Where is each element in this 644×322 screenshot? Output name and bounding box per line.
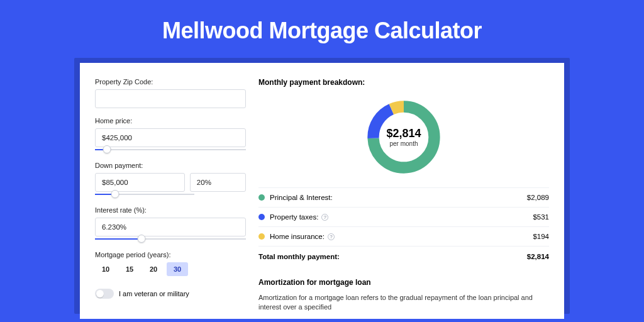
- legend-row-1: Property taxes:?$531: [258, 208, 549, 227]
- donut-center: $2,814 per month: [364, 97, 444, 177]
- home-price-label: Home price:: [95, 117, 246, 125]
- interest-rate-group: Interest rate (%):: [95, 206, 246, 242]
- toggle-knob-icon: [96, 290, 104, 297]
- total-label: Total monthly payment:: [258, 253, 527, 260]
- down-payment-percent-input[interactable]: [190, 173, 246, 192]
- period-option-20[interactable]: 20: [143, 262, 164, 276]
- legend-label: Home insurance:?: [270, 233, 533, 240]
- donut-chart: $2,814 per month: [364, 97, 444, 177]
- home-price-slider[interactable]: [95, 147, 246, 153]
- zip-group: Property Zip Code:: [95, 78, 246, 108]
- total-value: $2,814: [527, 253, 549, 260]
- breakdown-panel: Monthly payment breakdown: $2,814 per mo…: [258, 78, 549, 313]
- period-option-15[interactable]: 15: [119, 262, 140, 276]
- amortization-heading: Amortization for mortgage loan: [258, 278, 549, 287]
- calculator-card: Property Zip Code: Home price: Down paym…: [80, 63, 564, 319]
- home-price-group: Home price:: [95, 117, 246, 153]
- breakdown-legend: Principal & Interest:$2,089Property taxe…: [258, 187, 549, 247]
- card-outer: Property Zip Code: Home price: Down paym…: [74, 58, 570, 314]
- interest-rate-input[interactable]: [95, 218, 246, 236]
- down-payment-amount-input[interactable]: [95, 173, 185, 192]
- legend-label: Principal & Interest:: [270, 194, 527, 201]
- down-payment-label: Down payment:: [95, 162, 246, 169]
- down-payment-slider[interactable]: [95, 191, 194, 197]
- home-price-input[interactable]: [95, 128, 246, 147]
- donut-amount: $2,814: [386, 127, 421, 140]
- breakdown-heading: Monthly payment breakdown:: [258, 78, 549, 87]
- legend-dot-icon: [258, 214, 265, 220]
- form-panel: Property Zip Code: Home price: Down paym…: [95, 78, 246, 313]
- interest-rate-slider[interactable]: [95, 236, 246, 242]
- period-option-10[interactable]: 10: [95, 262, 116, 276]
- veteran-row: I am veteran or military: [95, 289, 246, 299]
- veteran-toggle[interactable]: [95, 289, 114, 299]
- amortization-text: Amortization for a mortgage loan refers …: [258, 293, 549, 313]
- interest-rate-label: Interest rate (%):: [95, 206, 246, 214]
- legend-value: $2,089: [527, 194, 549, 201]
- donut-chart-wrap: $2,814 per month: [258, 94, 549, 187]
- legend-dot-icon: [258, 233, 265, 240]
- period-option-30[interactable]: 30: [167, 262, 188, 276]
- help-icon[interactable]: ?: [321, 214, 328, 221]
- zip-input[interactable]: [95, 89, 246, 108]
- period-label: Mortgage period (years):: [95, 251, 246, 258]
- legend-row-0: Principal & Interest:$2,089: [258, 188, 549, 208]
- legend-row-2: Home insurance:?$194: [258, 227, 549, 247]
- help-icon[interactable]: ?: [328, 233, 335, 240]
- legend-label: Property taxes:?: [270, 213, 533, 221]
- legend-dot-icon: [258, 194, 265, 201]
- down-payment-group: Down payment:: [95, 162, 246, 197]
- period-group: Mortgage period (years): 10152030: [95, 251, 246, 276]
- page-title: Mellwood Mortgage Calculator: [0, 0, 644, 58]
- total-row: Total monthly payment: $2,814: [258, 247, 549, 269]
- legend-value: $194: [533, 233, 549, 240]
- veteran-label: I am veteran or military: [119, 290, 189, 297]
- period-options: 10152030: [95, 262, 246, 276]
- legend-value: $531: [533, 213, 549, 221]
- donut-sub: per month: [389, 140, 418, 147]
- zip-label: Property Zip Code:: [95, 78, 246, 86]
